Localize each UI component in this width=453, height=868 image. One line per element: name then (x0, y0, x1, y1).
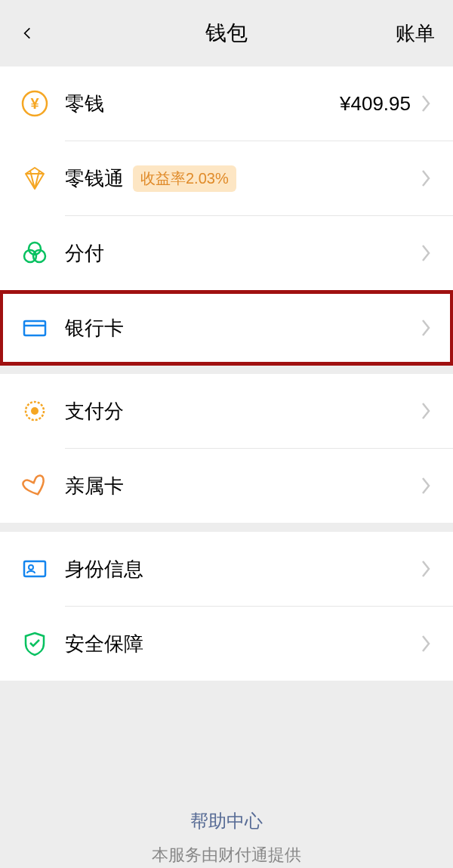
svg-rect-9 (24, 561, 45, 576)
security-label: 安全保障 (65, 631, 143, 657)
svg-point-8 (31, 407, 39, 415)
shield-icon (21, 630, 48, 657)
row-family-card[interactable]: 亲属卡 (0, 449, 453, 523)
row-balance-plus[interactable]: 零钱通 收益率2.03% (0, 141, 453, 215)
wallet-group-main: ¥ 零钱 ¥409.95 零钱通 收益率2.03% 分付 银行卡 (0, 66, 453, 365)
balance-plus-label: 零钱通 (65, 165, 124, 192)
balance-label: 零钱 (65, 91, 104, 117)
row-fenfu[interactable]: 分付 (0, 216, 453, 290)
balance-value: ¥409.95 (340, 92, 411, 116)
header-bar: 钱包 账单 (0, 0, 453, 66)
chevron-right-icon (420, 633, 432, 654)
wallet-group-identity: 身份信息 安全保障 (0, 532, 453, 681)
svg-rect-5 (24, 321, 45, 335)
row-security[interactable]: 安全保障 (0, 607, 453, 681)
row-pay-score[interactable]: 支付分 (0, 374, 453, 448)
svg-point-10 (29, 565, 33, 570)
badge-icon (21, 397, 48, 425)
hearts-icon (21, 472, 48, 499)
page-title: 钱包 (205, 19, 248, 48)
chevron-right-icon (420, 168, 432, 189)
row-balance[interactable]: ¥ 零钱 ¥409.95 (0, 66, 453, 141)
card-icon (21, 314, 48, 341)
footer: 帮助中心 本服务由财付通提供 (0, 809, 453, 866)
chevron-right-icon (420, 317, 432, 338)
wallet-group-services: 支付分 亲属卡 (0, 374, 453, 523)
row-bank-card[interactable]: 银行卡 (0, 291, 453, 365)
coin-icon: ¥ (21, 90, 48, 117)
help-center-link[interactable]: 帮助中心 (0, 809, 453, 833)
chevron-right-icon (420, 93, 432, 114)
yield-badge: 收益率2.03% (133, 165, 236, 192)
chevron-right-icon (420, 558, 432, 579)
fenfu-label: 分付 (65, 240, 104, 267)
chevron-right-icon (420, 242, 432, 264)
bills-link[interactable]: 账单 (396, 20, 435, 47)
bank-card-label: 银行卡 (65, 315, 124, 341)
chevron-right-icon (420, 400, 432, 422)
back-icon[interactable] (18, 24, 36, 42)
pay-score-label: 支付分 (65, 398, 124, 425)
family-card-label: 亲属卡 (65, 473, 124, 499)
svg-text:¥: ¥ (30, 95, 39, 112)
circles-icon (21, 239, 48, 267)
row-identity[interactable]: 身份信息 (0, 532, 453, 606)
diamond-icon (21, 165, 48, 192)
identity-label: 身份信息 (65, 556, 143, 582)
provider-text: 本服务由财付通提供 (0, 844, 453, 866)
chevron-right-icon (420, 475, 432, 496)
id-icon (21, 555, 48, 582)
